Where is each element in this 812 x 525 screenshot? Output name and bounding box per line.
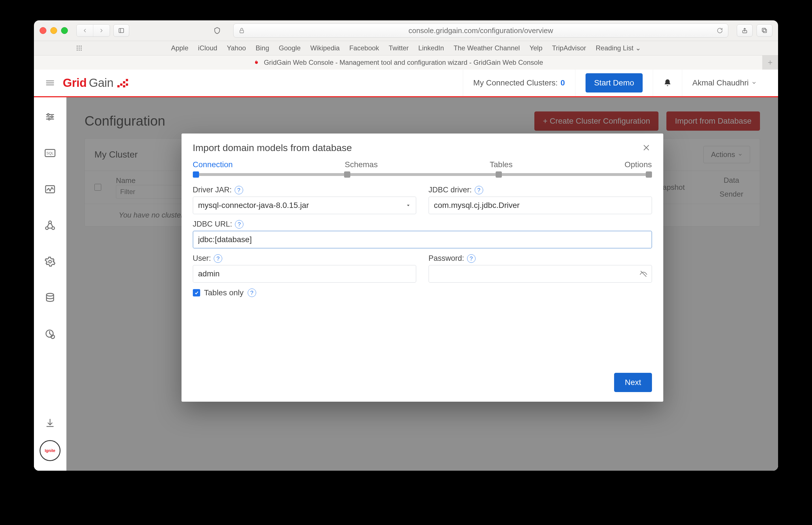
modal-title: Import domain models from database (193, 142, 352, 153)
close-icon[interactable] (641, 142, 652, 153)
forward-button[interactable] (93, 25, 110, 36)
bookmark-yahoo[interactable]: Yahoo (227, 44, 246, 52)
password-input[interactable] (429, 265, 652, 283)
clusters-count: 0 (561, 78, 565, 87)
reload-icon[interactable] (717, 27, 723, 34)
next-button[interactable]: Next (614, 373, 652, 392)
bookmark-facebook[interactable]: Facebook (349, 44, 379, 52)
share-button[interactable] (737, 24, 753, 37)
help-icon[interactable]: ? (214, 254, 222, 263)
rail-schedule-icon[interactable] (44, 328, 56, 340)
page: Configuration + Create Cluster Configura… (66, 97, 778, 471)
bookmark-yelp[interactable]: Yelp (530, 44, 542, 52)
rail-config-icon[interactable] (44, 111, 56, 123)
step-options[interactable]: Options (625, 160, 652, 169)
step-node-2 (496, 171, 502, 178)
svg-point-11 (80, 47, 82, 49)
svg-rect-20 (117, 85, 120, 87)
tabs-button[interactable] (756, 24, 772, 37)
maximize-window-icon[interactable] (61, 27, 68, 34)
tables-only-checkbox[interactable] (193, 289, 200, 297)
user-dropdown[interactable]: Akmal Chaudhri (682, 70, 767, 96)
back-button[interactable] (77, 25, 93, 36)
jdbc-driver-field: JDBC driver:? (429, 185, 652, 214)
bookmark-icloud[interactable]: iCloud (198, 44, 217, 52)
jdbc-url-input[interactable] (193, 231, 652, 249)
user-name: Akmal Chaudhri (692, 78, 749, 87)
help-icon[interactable]: ? (235, 220, 243, 228)
viewport: console.gridgain.com/configuration/overv… (0, 0, 812, 525)
title-bar: console.gridgain.com/configuration/overv… (34, 20, 778, 41)
clusters-label: My Connected Clusters: (473, 78, 558, 87)
svg-rect-25 (126, 84, 128, 86)
bookmark-weather[interactable]: The Weather Channel (454, 44, 520, 52)
rail-database-icon[interactable] (44, 292, 56, 304)
start-demo-button[interactable]: Start Demo (585, 73, 643, 92)
bookmark-bing[interactable]: Bing (256, 44, 269, 52)
url-text: console.gridgain.com/configuration/overv… (409, 26, 553, 35)
logo[interactable]: GridGain (63, 76, 131, 90)
favicon-icon (253, 59, 260, 66)
connected-clusters[interactable]: My Connected Clusters: 0 (463, 70, 575, 96)
eye-icon[interactable] (640, 270, 647, 278)
step-node-0 (193, 171, 199, 178)
svg-point-7 (79, 46, 80, 47)
new-tab-button[interactable] (762, 56, 778, 70)
caret-down-icon (406, 203, 411, 208)
traffic-lights (40, 27, 68, 34)
privacy-button[interactable] (210, 25, 225, 36)
bookmark-wikipedia[interactable]: Wikipedia (310, 44, 340, 52)
app-header: GridGain My Connected Clusters: 0 Start … (34, 70, 778, 97)
import-modal: Import domain models from database Conne… (182, 134, 663, 402)
menu-icon[interactable] (45, 78, 55, 88)
help-icon[interactable]: ? (248, 288, 256, 297)
svg-rect-0 (119, 29, 124, 33)
step-node-3 (646, 171, 652, 178)
svg-point-10 (79, 47, 80, 49)
rail-download-icon[interactable] (44, 417, 56, 429)
svg-rect-2 (240, 30, 244, 33)
svg-point-30 (51, 116, 52, 118)
bookmark-twitter[interactable]: Twitter (389, 44, 409, 52)
jdbc-driver-input[interactable] (429, 197, 652, 214)
active-tab[interactable]: GridGain Web Console - Management tool a… (34, 56, 762, 70)
step-connection[interactable]: Connection (193, 160, 233, 169)
driver-jar-select[interactable]: mysql-connector-java-8.0.15.jar (193, 197, 416, 214)
svg-rect-4 (763, 29, 766, 32)
help-icon[interactable]: ? (467, 254, 476, 263)
svg-point-12 (77, 49, 78, 51)
jdbc-url-field: JDBC URL:? (193, 220, 652, 249)
sidebar-toggle-button[interactable] (113, 24, 129, 37)
apps-grid-icon[interactable] (76, 45, 82, 51)
rail-monitor-icon[interactable] (44, 183, 56, 195)
url-bar[interactable]: console.gridgain.com/configuration/overv… (233, 24, 728, 38)
svg-point-6 (77, 46, 78, 47)
bookmark-linkedin[interactable]: LinkedIn (418, 44, 444, 52)
bookmark-google[interactable]: Google (279, 44, 301, 52)
help-icon[interactable]: ? (475, 186, 483, 194)
user-input[interactable] (193, 265, 416, 283)
svg-point-31 (48, 118, 50, 120)
password-field: Password:? (429, 254, 652, 283)
step-tables[interactable]: Tables (490, 160, 512, 169)
driver-jar-field: Driver JAR:? mysql-connector-java-8.0.15… (193, 185, 416, 214)
close-window-icon[interactable] (40, 27, 46, 34)
rail-sql-icon[interactable]: SQL (44, 147, 56, 159)
bookmark-readinglist[interactable]: Reading List ⌄ (596, 44, 641, 52)
svg-point-8 (80, 46, 82, 47)
rail-cluster-icon[interactable] (44, 220, 56, 231)
wizard-steps: Connection Schemas Tables Options (182, 160, 663, 176)
svg-point-42 (46, 293, 53, 296)
help-icon[interactable]: ? (235, 186, 243, 194)
step-schemas[interactable]: Schemas (344, 160, 378, 169)
tables-only-row[interactable]: Tables only ? (193, 288, 652, 297)
minimize-window-icon[interactable] (50, 27, 57, 34)
svg-rect-23 (126, 79, 128, 81)
svg-rect-22 (123, 81, 125, 84)
notifications[interactable] (653, 70, 682, 96)
svg-line-39 (51, 223, 52, 227)
bookmark-apple[interactable]: Apple (171, 44, 188, 52)
bookmark-tripadvisor[interactable]: TripAdvisor (552, 44, 586, 52)
rail-settings-icon[interactable] (44, 256, 56, 268)
ignite-badge-icon[interactable]: Ignite (40, 440, 61, 461)
